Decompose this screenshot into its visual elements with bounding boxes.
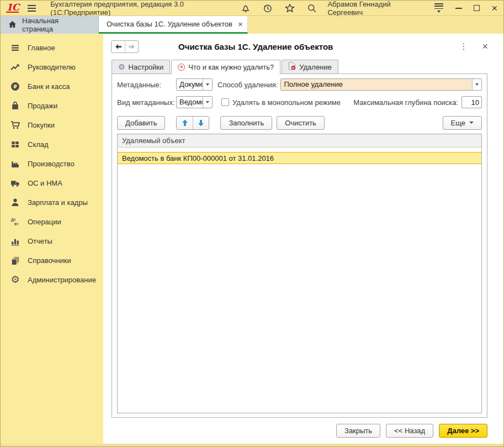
method-value: Полное удаление bbox=[281, 79, 472, 90]
next-step-button[interactable]: Далее >> bbox=[439, 424, 487, 438]
app-title: Бухгалтерия предприятия, редакция 3.0 (1… bbox=[50, 0, 235, 17]
main-area: Очистка базы 1С. Удаление объектов ⋮ × ⚙… bbox=[103, 34, 503, 444]
sidebar-nav: Главное Руководителю ₽ Банк и касса Прод… bbox=[1, 34, 103, 444]
wizard-footer: Закрыть << Назад Далее >> bbox=[103, 418, 503, 444]
sidebar-item-otchety[interactable]: Отчеты bbox=[1, 232, 103, 251]
more-button-label: Еще bbox=[451, 119, 465, 127]
factory-icon bbox=[10, 159, 20, 169]
service-menu-icon[interactable] bbox=[434, 3, 443, 12]
sidebar-item-label: ОС и НМА bbox=[28, 179, 62, 187]
tab-nastroyki[interactable]: ⚙ Настройки bbox=[112, 60, 170, 73]
sidebar-item-rukovoditelyu[interactable]: Руководителю bbox=[1, 57, 103, 77]
sidebar-item-os-nma[interactable]: ОС и НМА bbox=[1, 173, 103, 193]
sidebar-item-label: Банк и касса bbox=[28, 82, 70, 91]
sidebar-item-administrirovanie[interactable]: ⚙ Администрирование bbox=[1, 270, 103, 290]
menu-lines-icon bbox=[10, 43, 20, 52]
wizard-tabs: ⚙ Настройки × Что и как нужно удалить? ×… bbox=[103, 59, 503, 73]
form-row-kind: Вид метаданных: Ведомость Удалять в моно… bbox=[117, 96, 482, 109]
person-icon bbox=[10, 198, 20, 207]
kind-value: Ведомость bbox=[177, 97, 203, 108]
sidebar-item-label: Отчеты bbox=[28, 237, 52, 245]
shopping-bag-icon bbox=[10, 101, 20, 111]
sidebar-item-label: Администрирование bbox=[28, 276, 96, 284]
minimize-button[interactable] bbox=[452, 2, 466, 15]
page-title: Очистка базы 1С. Удаление объектов bbox=[178, 42, 333, 51]
depth-input[interactable] bbox=[461, 96, 482, 108]
method-label: Способ удаления: bbox=[217, 81, 278, 89]
notifications-bell-icon[interactable] bbox=[241, 3, 251, 13]
close-button[interactable]: Закрыть bbox=[336, 424, 380, 438]
table-row-selected[interactable]: Ведомость в банк КП00-000001 от 31.01.20… bbox=[118, 152, 481, 164]
method-combobox[interactable]: Полное удаление bbox=[280, 78, 482, 91]
sidebar-item-bank-kassa[interactable]: ₽ Банк и касса bbox=[1, 77, 103, 96]
forward-button[interactable] bbox=[125, 41, 138, 52]
metadata-combobox[interactable]: Документы bbox=[176, 78, 213, 91]
sidebar-item-operacii[interactable]: ДтКт Операции bbox=[1, 212, 103, 232]
table-column-header[interactable]: Удаляемый объект bbox=[118, 134, 481, 148]
tab-page: Метаданные: Документы Способ удаления: П… bbox=[112, 73, 487, 418]
settings-gear-icon: ⚙ bbox=[118, 63, 125, 71]
sidebar-item-label: Справочники bbox=[28, 256, 71, 265]
close-window-button[interactable]: × bbox=[487, 2, 502, 15]
svg-text:×: × bbox=[293, 66, 295, 70]
tab-home-label: Начальная страница bbox=[22, 17, 91, 33]
circle-x-icon: × bbox=[178, 64, 185, 71]
favorites-star-icon[interactable] bbox=[285, 3, 295, 13]
window-bottom-strip bbox=[1, 444, 503, 446]
add-button[interactable]: Добавить bbox=[117, 116, 165, 130]
more-menu-icon[interactable]: ⋮ bbox=[459, 41, 468, 51]
metadata-value: Документы bbox=[177, 79, 203, 90]
truck-icon bbox=[10, 178, 20, 188]
trend-up-icon bbox=[10, 62, 20, 72]
maximize-button[interactable] bbox=[469, 2, 484, 15]
tab-udalenie[interactable]: × Удаление bbox=[282, 60, 338, 73]
history-icon[interactable] bbox=[263, 3, 273, 13]
sidebar-item-spravochniki[interactable]: Справочники bbox=[1, 251, 103, 270]
sidebar-item-prodazhi[interactable]: Продажи bbox=[1, 96, 103, 115]
tab-close-icon[interactable]: × bbox=[238, 20, 243, 28]
current-user[interactable]: Абрамов Геннадий Сергеевич bbox=[327, 0, 422, 17]
chevron-down-icon[interactable] bbox=[203, 97, 212, 108]
sidebar-item-pokupki[interactable]: Покупки bbox=[1, 115, 103, 135]
tab-home-page[interactable]: Начальная страница bbox=[1, 16, 99, 34]
fill-button[interactable]: Заполнить bbox=[220, 116, 272, 130]
exclusive-mode-label: Удалять в монопольном режиме bbox=[232, 98, 341, 107]
titlebar: 1С Бухгалтерия предприятия, редакция 3.0… bbox=[1, 1, 503, 16]
table-empty-space[interactable] bbox=[118, 164, 481, 413]
home-icon bbox=[8, 20, 17, 30]
depth-label: Максимальная глубина поиска: bbox=[353, 98, 458, 107]
svg-text:Дт: Дт bbox=[11, 218, 16, 222]
move-up-icon[interactable] bbox=[177, 117, 193, 129]
sidebar-item-glavnoe[interactable]: Главное bbox=[1, 38, 103, 57]
close-form-icon[interactable]: × bbox=[482, 41, 488, 51]
window-tabbar: Начальная страница Очистка базы 1С. Удал… bbox=[1, 16, 503, 34]
sidebar-item-label: Производство bbox=[28, 160, 75, 168]
sidebar-item-label: Продажи bbox=[28, 102, 57, 110]
clear-button[interactable]: Очистить bbox=[277, 116, 325, 130]
more-button[interactable]: Еще bbox=[443, 116, 482, 130]
main-menu-icon[interactable] bbox=[28, 5, 36, 12]
chevron-down-icon[interactable] bbox=[472, 79, 481, 90]
chevron-down-icon[interactable] bbox=[203, 79, 212, 90]
tab-cleanup-label: Очистка базы 1С. Удаление объектов bbox=[107, 20, 232, 28]
move-down-icon[interactable] bbox=[193, 117, 209, 129]
sidebar-item-label: Руководителю bbox=[28, 63, 76, 71]
sidebar-item-label: Склад bbox=[28, 140, 49, 149]
metadata-label: Метаданные: bbox=[117, 81, 176, 89]
chevron-down-icon bbox=[469, 122, 474, 124]
sidebar-item-sklad[interactable]: Склад bbox=[1, 135, 103, 154]
sidebar-item-proizvodstvo[interactable]: Производство bbox=[1, 154, 103, 173]
tab-cleanup-active[interactable]: Очистка базы 1С. Удаление объектов × bbox=[99, 16, 248, 34]
sidebar-item-label: Операции bbox=[28, 218, 61, 226]
exclusive-mode-checkbox[interactable] bbox=[221, 98, 229, 106]
form-row-metadata: Метаданные: Документы Способ удаления: П… bbox=[117, 78, 482, 91]
search-icon[interactable] bbox=[307, 3, 317, 13]
bar-chart-icon bbox=[10, 236, 20, 246]
back-button[interactable] bbox=[112, 41, 125, 52]
kind-combobox[interactable]: Ведомость bbox=[176, 96, 213, 108]
sidebar-item-label: Главное bbox=[28, 44, 55, 52]
sidebar-item-zarplata-kadry[interactable]: Зарплата и кадры bbox=[1, 193, 103, 212]
back-step-button[interactable]: << Назад bbox=[386, 424, 433, 438]
content-header: Очистка базы 1С. Удаление объектов ⋮ × bbox=[103, 34, 503, 59]
tab-what-to-delete[interactable]: × Что и как нужно удалить? bbox=[171, 60, 280, 74]
